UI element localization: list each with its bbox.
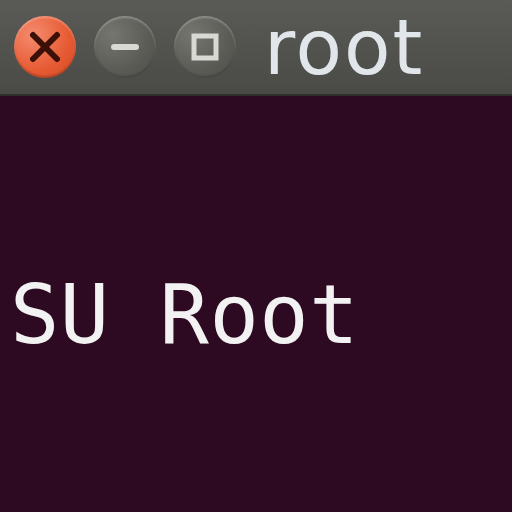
close-button[interactable] bbox=[14, 16, 76, 78]
window-title: root bbox=[264, 3, 424, 92]
terminal-line-1: SU Root bbox=[10, 274, 502, 356]
terminal-window: root SU Root Tools # bbox=[0, 0, 512, 512]
terminal-body[interactable]: SU Root Tools # bbox=[0, 96, 512, 512]
titlebar: root bbox=[0, 0, 512, 96]
svg-rect-3 bbox=[194, 36, 216, 58]
minimize-button[interactable] bbox=[94, 16, 156, 78]
minimize-icon bbox=[108, 30, 142, 64]
close-icon bbox=[28, 30, 62, 64]
maximize-icon bbox=[188, 30, 222, 64]
maximize-button[interactable] bbox=[174, 16, 236, 78]
